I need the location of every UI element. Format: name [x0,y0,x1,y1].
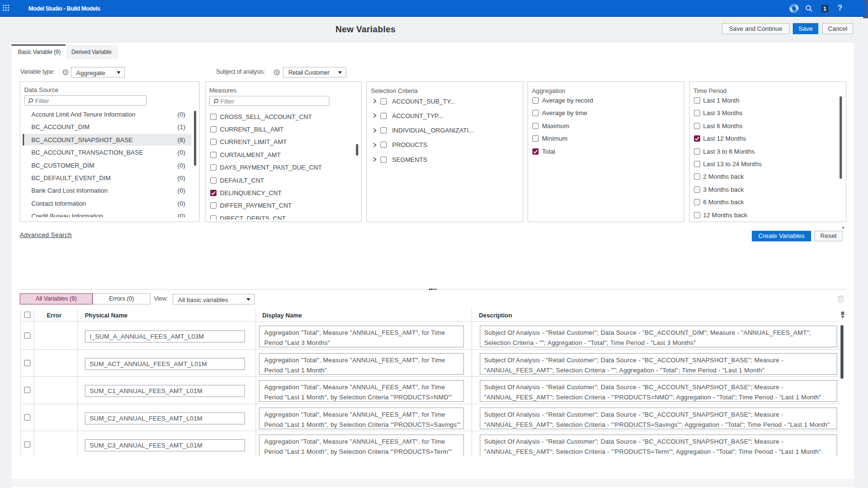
svg-text:?: ? [276,70,278,75]
svg-text:?: ? [65,70,67,75]
